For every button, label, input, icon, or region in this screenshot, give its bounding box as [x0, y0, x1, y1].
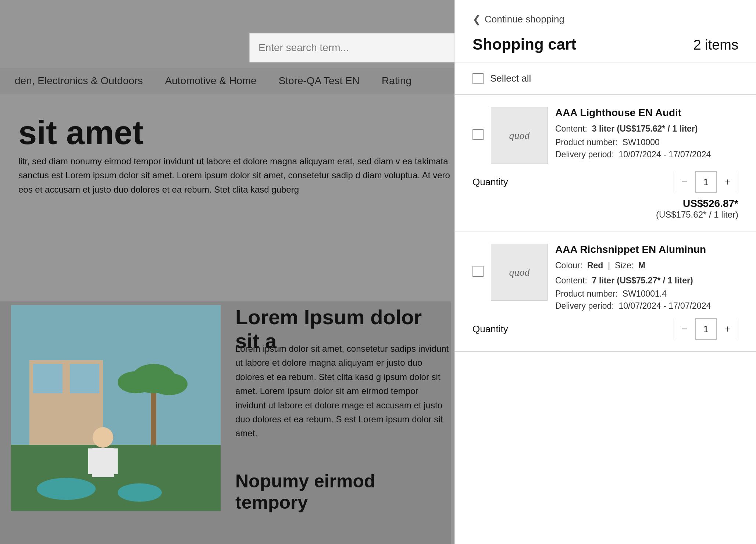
item-2-delivery: Delivery period: 10/07/2024 - 17/07/2024 [555, 301, 738, 311]
item-1-stepper: − 1 + [674, 171, 738, 193]
item-1-delivery: Delivery period: 10/07/2024 - 17/07/2024 [555, 150, 738, 160]
cart-title-row: Shopping cart 2 items [473, 36, 738, 53]
bg-section-text: Lorem ipsum dolor sit amet, consetetur s… [235, 342, 451, 441]
back-arrow-icon: ❮ [473, 13, 481, 25]
item-2-product-number-label: Product number: [555, 289, 618, 298]
person-image [11, 305, 221, 511]
nav-item-store-qa[interactable]: Store-QA Test EN [279, 75, 360, 87]
item-1-checkbox[interactable] [473, 129, 484, 140]
item-2-delivery-period: 10/07/2024 - 17/07/2024 [619, 301, 711, 311]
cart-item: quod AAA Lighthouse EN Audit Content: 3 … [455, 95, 756, 232]
item-2-content: Content: 7 liter (US$75.27* / 1 liter) [555, 274, 738, 287]
item-2-product-number: Product number: SW10001.4 [555, 289, 738, 299]
svg-point-14 [118, 483, 162, 502]
bg-section-title2: Nopumy eirmod tempory [235, 470, 451, 513]
item-1-name: AAA Lighthouse EN Audit [555, 107, 738, 119]
item-2-stepper: − 1 + [674, 318, 738, 340]
item-1-product-number: Product number: SW10000 [555, 137, 738, 147]
item-1-details: AAA Lighthouse EN Audit Content: 3 liter… [555, 107, 738, 160]
cart-item-count: 2 items [693, 37, 738, 53]
continue-shopping-label: Continue shopping [485, 14, 564, 25]
bg-image [11, 305, 221, 511]
cart-item-2-top: quod AAA Richsnippet EN Aluminun Colour:… [473, 244, 738, 311]
item-2-content-label: Content: [555, 276, 587, 285]
cart-item: quod AAA Richsnippet EN Aluminun Colour:… [455, 232, 756, 352]
item-1-image: quod [491, 107, 548, 164]
item-2-quantity-value: 1 [695, 318, 717, 340]
cart-title: Shopping cart [473, 36, 576, 53]
select-all-row[interactable]: Sellect all [455, 62, 756, 95]
svg-rect-3 [33, 364, 63, 393]
cart-item-top: quod AAA Lighthouse EN Audit Content: 3 … [473, 107, 738, 164]
item-1-product-number-label: Product number: [555, 137, 618, 147]
cart-sidebar: ❮ Continue shopping Shopping cart 2 item… [454, 0, 756, 544]
bg-body-text: litr, sed diam nonumy eirmod tempor invi… [18, 154, 451, 197]
item-2-decrease-btn[interactable]: − [674, 318, 695, 340]
svg-point-8 [151, 373, 188, 395]
item-2-quantity-row: Quantity − 1 + [473, 318, 738, 340]
svg-point-13 [37, 478, 96, 500]
item-2-colour-label: Colour: [555, 261, 582, 270]
item-2-checkbox[interactable] [473, 266, 484, 277]
item-1-content: Content: 3 liter (US$175.62* / 1 liter) [555, 122, 738, 135]
select-all-checkbox[interactable] [473, 73, 484, 84]
item-1-delivery-label: Delivery period: [555, 150, 614, 159]
select-all-label: Sellect all [490, 73, 531, 84]
item-1-price-row: US$526.87* (US$175.62* / 1 liter) [473, 198, 738, 220]
item-2-image: quod [491, 244, 548, 301]
item-1-quantity-row: Quantity − 1 + [473, 171, 738, 193]
item-2-content-value: 7 liter (US$75.27* / 1 liter) [592, 276, 693, 285]
item-2-size-value: M [638, 261, 645, 270]
item-2-delivery-label: Delivery period: [555, 301, 614, 311]
cart-header: ❮ Continue shopping Shopping cart 2 item… [455, 0, 756, 62]
item-1-quantity-label: Quantity [473, 176, 508, 188]
nav-item-rating[interactable]: Rating [382, 75, 411, 87]
item-1-price-per-unit: (US$175.62* / 1 liter) [473, 210, 738, 220]
item-2-colour: Colour: Red | Size: M [555, 259, 738, 272]
item-1-product-number-value: SW10000 [623, 137, 660, 147]
svg-point-9 [93, 427, 113, 448]
item-1-price-main: US$526.87* [473, 198, 738, 210]
svg-rect-4 [70, 364, 99, 393]
nav-item-electronics[interactable]: den, Electronics & Outdoors [15, 75, 143, 87]
item-1-decrease-btn[interactable]: − [674, 171, 695, 193]
item-2-name: AAA Richsnippet EN Aluminun [555, 244, 738, 255]
item-2-details: AAA Richsnippet EN Aluminun Colour: Red … [555, 244, 738, 311]
item-2-colour-value: Red [587, 261, 603, 270]
cart-items-list: quod AAA Lighthouse EN Audit Content: 3 … [455, 95, 756, 544]
svg-rect-11 [88, 448, 96, 474]
item-2-size-label: Size: [615, 261, 634, 270]
nav-item-automotive[interactable]: Automotive & Home [165, 75, 257, 87]
item-1-content-value: 3 liter (US$175.62* / 1 liter) [592, 124, 698, 133]
item-2-quantity-label: Quantity [473, 323, 508, 335]
bg-hero-text: sit amet [18, 114, 143, 152]
item-2-increase-btn[interactable]: + [717, 318, 738, 340]
item-2-product-number-value: SW10001.4 [623, 289, 667, 298]
svg-point-7 [118, 371, 154, 393]
svg-rect-12 [110, 448, 118, 474]
continue-shopping-link[interactable]: ❮ Continue shopping [473, 13, 738, 25]
item-1-quantity-value: 1 [695, 171, 717, 193]
item-1-delivery-period: 10/07/2024 - 17/07/2024 [619, 150, 711, 159]
item-1-content-label: Content: [555, 124, 587, 133]
item-1-increase-btn[interactable]: + [717, 171, 738, 193]
